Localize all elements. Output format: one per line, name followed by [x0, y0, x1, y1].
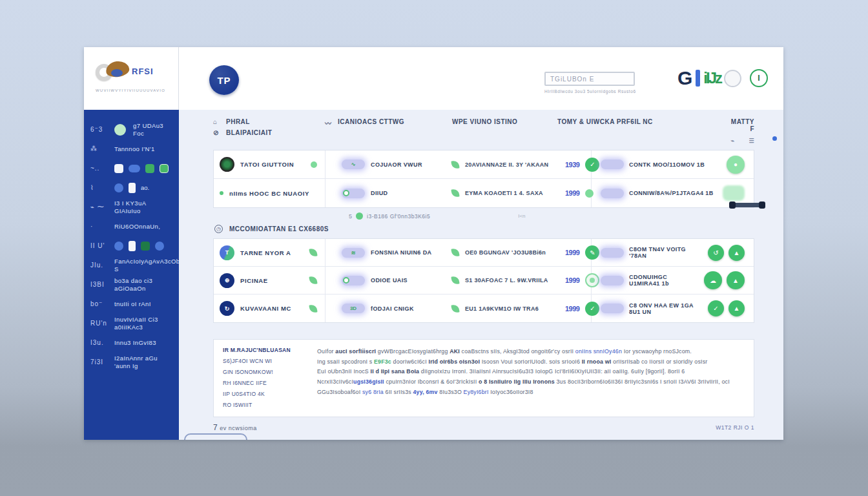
document-chip-icon[interactable] [129, 241, 136, 251]
cell-details: ∿ COJUAOR VWUR 20AVIANNA2E II. 3Y 'AKAAN… [326, 150, 592, 178]
search-input[interactable]: TGiLUBOn E [544, 72, 635, 86]
table-row[interactable]: ↻ KUVAVAANI MC 3D fODJAI CNIGK EU1 1A9KV… [214, 294, 754, 322]
sidebar-item-12-label: I2aInAnnr aGu 'aunn Ig [114, 355, 158, 370]
pill-ring-icon [343, 277, 349, 284]
recipient-name: nIIms HOOC BC NUAOIY [229, 190, 309, 197]
col-header-profile[interactable]: TOMY & UIWCKA PRF6IL NC [557, 118, 730, 144]
status-pill[interactable] [601, 189, 624, 198]
green-chip-icon[interactable] [145, 164, 154, 173]
upload-button[interactable]: ▲ [727, 271, 745, 289]
info-paragraph: OuIfor aucI sorfIiiscrI gvWBrcgacEIosygI… [317, 347, 745, 408]
scribble-logo-icon[interactable]: iIJz [703, 70, 721, 86]
green-square-chip-icon[interactable] [160, 164, 169, 173]
table-row[interactable]: nIIms HOOC BC NUAOIY DIIUD EYMA KOAOETI … [214, 179, 754, 207]
sidebar-item-5[interactable]: · RiU6OOnnaUn, [90, 217, 174, 236]
cell-profile: CONTK MOO/11OMOV 1B ● [592, 150, 754, 178]
section-title: MCCOMIOATTAN E1 CX6680S [229, 225, 329, 232]
sidebar-item-8[interactable]: I3BI bo3a dao ci3 aGiOaaOn [90, 275, 174, 294]
table-row[interactable]: ⊕ PICINAE ODIOE UAIS S1 30AFOAC 7 L. 9W.… [214, 267, 754, 294]
table-recommendations: T TARNE NYOR A ≋ FONSNIA NIUIN6 DA OE0 B… [213, 238, 754, 323]
sidebar-item-4-label: I3 I KY3uA GIAIuIuo [114, 200, 174, 215]
faded-stamp-icon [723, 185, 745, 201]
tp-logo[interactable]: TP [209, 65, 239, 95]
listing-text: EYMA KOAOETI 1 4. SAXA [465, 190, 559, 196]
refresh-button[interactable]: ↺ [708, 245, 724, 261]
col-header-actions[interactable]: MATTY F ⌁ ☰ [730, 118, 754, 144]
dark-green-chip-icon[interactable] [141, 242, 150, 251]
pill-mark-icon: 3D [350, 305, 356, 311]
list-icon[interactable]: ☰ [749, 138, 754, 144]
cell-details: ≋ FONSNIA NIUIN6 DA OE0 BGUNGAV 'JO3U8Bi… [326, 239, 592, 266]
cell-recipient: ⊕ PICINAE [214, 267, 326, 294]
sidebar-item-3[interactable]: ⌇ ao. [90, 178, 174, 197]
info-list-item: S6)JF4OI WCN WI [223, 358, 305, 364]
table-header: ⌂PHRAL ⊘BLAIPAICIAIT 〰 ICANIOACS CTTWG W… [213, 116, 754, 150]
sidebar-item-11[interactable]: I3u. Innu3 InGvI83 [90, 333, 174, 352]
pill-chip-icon[interactable] [129, 165, 140, 172]
status-pill[interactable]: ≋ [342, 248, 365, 258]
recipient-name: PICINAE [240, 277, 268, 284]
listing-text: S1 30AFOAC 7 L. 9W.VRIILA [465, 277, 559, 284]
upload-button[interactable]: ▲ [728, 300, 745, 316]
col-header-recipient[interactable]: ⌂PHRAL ⊘BLAIPAICIAIT [213, 118, 325, 144]
col-header-settings[interactable]: 〰 ICANIOACS CTTWG [325, 118, 452, 144]
sidebar-item-7-label: FanAcIoIyAgAvA3cOb S [114, 258, 180, 273]
check-button[interactable]: ✓ [708, 300, 724, 316]
pill-ring-icon [343, 190, 349, 196]
sidebar-item-9-label: tnuIIi oI rAnI [114, 300, 151, 308]
cloud-button[interactable]: ☁ [704, 271, 722, 289]
sidebar-item-2[interactable]: ~.. [90, 159, 174, 178]
leaf-icon [309, 276, 317, 284]
sidebar-item-0[interactable]: 6⁻3 g7 UDAu3 Foc [90, 120, 174, 139]
sidebar-item-10[interactable]: RU'n InuvIvIAaII Ci3 a0IiIKAc3 [90, 314, 174, 333]
sidebar-item-7[interactable]: JIu. FanAcIoIyAgAvA3cOb S [90, 256, 174, 274]
profile-label: CONTK MOO/11OMOV 1B [629, 161, 721, 168]
upload-button[interactable]: ▲ [728, 245, 745, 261]
section-header[interactable]: ◷ MCCOMIOATTAN E1 CX6680S [213, 222, 754, 238]
cell-details: DIIUD EYMA KOAOETI 1 4. SAXA 1999 [326, 179, 592, 207]
status-pill[interactable] [601, 276, 624, 285]
sidebar-item-3-icon: ⌇ [90, 184, 108, 191]
blue-circle-chip-icon[interactable] [155, 242, 164, 251]
sidebar-item-6[interactable]: II U' [90, 236, 174, 255]
sidebar-item-8-label: bo3a dao ci3 aGiOaaOn [114, 277, 174, 293]
company-logo[interactable]: RFSI [96, 61, 160, 83]
divider-tail: I<n [518, 213, 525, 219]
status-pill[interactable] [342, 189, 365, 198]
sidebar-item-4[interactable]: ⌁ ⁓ I3 I KY3uA GIAIuIuo [90, 198, 174, 216]
table-row[interactable]: TATOI GIUTTOIN ∿ COJUAOR VWUR 20AVIANNA2… [214, 150, 754, 179]
sidebar-item-11-icon: I3u. [90, 339, 108, 346]
sidebar-item-1[interactable]: ⁂ Tannnoo I'N'1 [90, 140, 174, 158]
col-header-listing[interactable]: WPE VIUNO ISTINO [452, 118, 557, 144]
status-pill[interactable]: 3D [342, 304, 365, 313]
table-row[interactable]: T TARNE NYOR A ≋ FONSNIA NIUIN6 DA OE0 B… [214, 239, 754, 267]
pagination-info[interactable]: W1T2 RJI O 1 [716, 424, 754, 431]
status-pill[interactable] [601, 304, 624, 313]
cropped-button[interactable] [184, 433, 247, 440]
footer-number: 7 [213, 423, 218, 432]
horizontal-scrollbar[interactable] [731, 203, 763, 207]
col-header-label: ICANIOACS CTTWG [338, 118, 404, 125]
sidebar-item-12[interactable]: 7i3I I2aInAnnr aGu 'aunn Ig [90, 353, 174, 371]
leaf-icon [309, 248, 317, 256]
gray-circle-icon[interactable] [724, 70, 741, 87]
notification-dot-icon [772, 136, 777, 141]
g-logo-icon[interactable]: G [677, 68, 692, 88]
confirm-button[interactable]: ● [727, 156, 745, 174]
app-chip-icon[interactable] [114, 164, 123, 173]
blue-circle-chip-icon[interactable] [114, 242, 123, 251]
footer-label: ev ncwsioma [220, 425, 257, 431]
blue-circle-chip-icon[interactable] [114, 183, 123, 192]
sidebar-item-9[interactable]: bo⁻ tnuIIi oI rAnI [90, 294, 174, 313]
col-header-label: MATTY F [730, 118, 754, 132]
status-pill[interactable]: ∿ [342, 160, 365, 169]
bar-icon [696, 70, 700, 87]
cursor-icon[interactable]: ⌁ [731, 138, 735, 144]
row-actions: ✓ ▲ [708, 300, 745, 316]
document-chip-icon[interactable] [129, 183, 136, 193]
status-pill[interactable] [601, 160, 624, 169]
status-pill[interactable] [601, 248, 624, 258]
row-actions: ☁ ▲ [704, 271, 745, 289]
green-badge-icon[interactable]: I [750, 69, 768, 87]
status-pill[interactable] [342, 276, 365, 285]
